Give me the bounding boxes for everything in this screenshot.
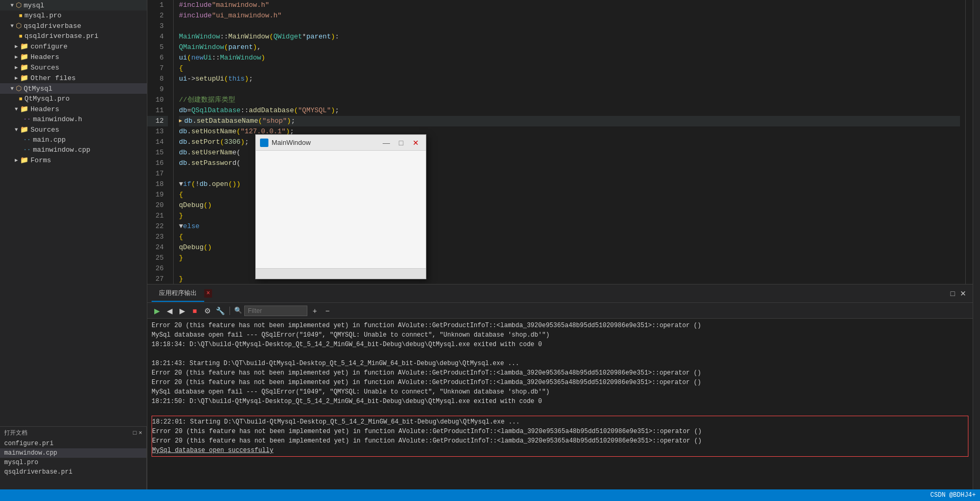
file-tree: ▼ ⬡ mysql ■ mysql.pro ▼ ⬡ qsqldriverbase… — [0, 0, 147, 426]
line-23: 23 — [147, 232, 168, 242]
output-line-4 — [152, 349, 968, 359]
code-line-11: db = QSqlDatabase::addDatabase("QMYSQL")… — [179, 105, 960, 116]
file-qtmysql-pro[interactable]: ■ QtMysql.pro — [0, 94, 147, 104]
output-line-12: Error 20 (this feature has not been impl… — [152, 427, 968, 436]
prev-btn[interactable]: ◀ — [164, 306, 175, 316]
line-21: 21 — [147, 211, 168, 221]
modal-content — [256, 151, 426, 268]
file-mainwindow-h[interactable]: ·· mainwindow.h — [0, 114, 147, 124]
minimap-scrollbar[interactable] — [965, 0, 973, 284]
line-5: 5 — [147, 42, 168, 53]
project-mysql[interactable]: ▼ ⬡ mysql — [0, 0, 147, 11]
modal-maximize-btn[interactable]: □ — [395, 137, 407, 149]
pri-icon: ■ — [19, 33, 23, 40]
status-bar: CSDN @BDHJ4+ — [0, 489, 980, 501]
folder-headers2[interactable]: ▼ 📁 Headers — [0, 104, 147, 114]
folder-headers[interactable]: ▶ 📁 Headers — [0, 52, 147, 62]
bottom-toolbar: ▶ ◀ ▶ ■ ⚙ 🔧 🔍 + − — [147, 303, 973, 319]
right-panel-scrollbar[interactable] — [973, 0, 980, 489]
line-27: 27 — [147, 274, 168, 284]
project-qtmysql-label: QtMysql — [24, 85, 53, 93]
modal-app-icon — [260, 139, 268, 147]
output-line-3: 18:18:34: D:\QT\build-QtMysql-Desktop_Qt… — [152, 340, 968, 349]
project-qsqldriverbase[interactable]: ▼ ⬡ qsqldriverbase — [0, 21, 147, 31]
folder-sources2[interactable]: ▼ 📁 Sources — [0, 124, 147, 135]
output-tab-close[interactable]: × — [204, 289, 212, 298]
line-14: 14 — [147, 137, 168, 148]
open-docs-float-btn[interactable]: □ — [133, 430, 137, 436]
expand-arrow-qsql: ▼ — [11, 23, 14, 29]
settings-btn[interactable]: 🔧 — [215, 306, 225, 316]
run-btn[interactable]: ▶ — [152, 306, 162, 316]
file-qtmysql-pro-label: QtMysql.pro — [25, 95, 70, 103]
file-mysql-pro[interactable]: ■ mysql.pro — [0, 11, 147, 21]
folder-sources2-label: Sources — [31, 126, 59, 134]
status-bar-text: CSDN @BDHJ4+ — [931, 492, 976, 499]
project-icon-qtmysql: ⬡ — [16, 84, 22, 93]
open-doc-qsqldriverbase-pri[interactable]: qsqldriverbase.pri — [0, 467, 146, 477]
folder-otherfiles-icon: 📁 — [20, 74, 28, 82]
open-doc-mysql-pro[interactable]: mysql.pro — [0, 458, 146, 467]
line-8: 8 — [147, 74, 168, 84]
code-line-6: ui(new Ui::MainWindow) — [179, 53, 960, 63]
line-9: 9 — [147, 84, 168, 95]
highlighted-output-block: 18:22:01: Starting D:\QT\build-QtMysql-D… — [152, 416, 968, 457]
open-docs-title: 打开文档 — [4, 429, 27, 437]
cpp-icon-mainwindow: ·· — [23, 146, 31, 154]
folder-forms-label: Forms — [31, 156, 51, 164]
file-mainwindow-cpp-label: mainwindow.cpp — [33, 146, 90, 154]
open-docs-close-btn[interactable]: × — [138, 430, 142, 436]
output-line-14: MySql database open successfully — [152, 446, 968, 455]
project-icon-mysql: ⬡ — [16, 1, 22, 9]
code-line-9 — [179, 84, 960, 95]
line-12: 12 — [147, 116, 168, 126]
panel-float-btn[interactable]: □ — [947, 288, 958, 299]
filter-input[interactable] — [244, 306, 307, 316]
line-18: 18 — [147, 179, 168, 190]
folder-headers-icon: 📁 — [20, 53, 28, 61]
output-line-5: 18:21:43: Starting D:\QT\build-QtMysql-D… — [152, 359, 968, 368]
folder-headers-label: Headers — [31, 53, 59, 61]
modal-window[interactable]: MainWindow — □ ✕ — [255, 134, 426, 279]
open-doc-configure-pri[interactable]: configure.pri — [0, 439, 146, 448]
filter-icon: 🔍 — [234, 307, 242, 315]
code-line-12: ▶ db.setDatabaseName("shop"); — [179, 116, 960, 126]
file-mainwindow-cpp[interactable]: ·· mainwindow.cpp — [0, 145, 147, 155]
project-qtmysql[interactable]: ▼ ⬡ QtMysql — [0, 83, 147, 94]
open-doc-mainwindow-cpp[interactable]: mainwindow.cpp — [0, 448, 146, 458]
folder-forms[interactable]: ▶ 📁 Forms — [0, 155, 147, 165]
panel-close-btn[interactable]: ✕ — [958, 288, 968, 299]
bottom-tabs: 应用程序输出 × □ ✕ — [147, 284, 973, 303]
folder-sources[interactable]: ▶ 📁 Sources — [0, 62, 147, 73]
open-docs-panel: 打开文档 □ × configure.pri mainwindow.cpp my… — [0, 426, 147, 489]
code-line-10: //创建数据库类型 — [179, 95, 960, 105]
build-btn[interactable]: ⚙ — [202, 306, 213, 316]
file-main-cpp[interactable]: ·· main.cpp — [0, 135, 147, 145]
line-17: 17 — [147, 169, 168, 179]
forms-arrow: ▶ — [15, 157, 18, 163]
file-main-cpp-label: main.cpp — [33, 136, 65, 144]
open-docs-controls: □ × — [133, 430, 142, 436]
line-15: 15 — [147, 148, 168, 158]
next-btn[interactable]: ▶ — [177, 306, 187, 316]
output-line-2: MySql database open fail --- QSqlError("… — [152, 330, 968, 340]
modal-minimize-btn[interactable]: — — [381, 137, 392, 149]
folder-otherfiles[interactable]: ▶ 📁 Other files — [0, 73, 147, 83]
modal-title: MainWindow — [272, 139, 377, 146]
modal-close-btn[interactable]: ✕ — [410, 137, 422, 149]
h-file-icon: ·· — [23, 116, 31, 123]
output-line-7: Error 20 (this feature has not been impl… — [152, 378, 968, 387]
folder-configure-icon: 📁 — [20, 42, 28, 51]
add-filter-btn[interactable]: + — [309, 306, 320, 316]
qtmysql-pro-icon: ■ — [19, 96, 23, 102]
remove-filter-btn[interactable]: − — [322, 306, 333, 316]
file-qsqldriverbase-pri[interactable]: ■ qsqldriverbase.pri — [0, 31, 147, 41]
line-19: 19 — [147, 190, 168, 200]
line-3: 3 — [147, 21, 168, 32]
stop-btn[interactable]: ■ — [189, 306, 200, 316]
folder-configure[interactable]: ▶ 📁 configure — [0, 41, 147, 52]
tab-app-output[interactable]: 应用程序输出 — [152, 286, 204, 302]
code-line-3 — [179, 21, 960, 32]
output-line-8: MySql database open fail --- QSqlError("… — [152, 387, 968, 397]
line-1: 1 — [147, 0, 168, 11]
